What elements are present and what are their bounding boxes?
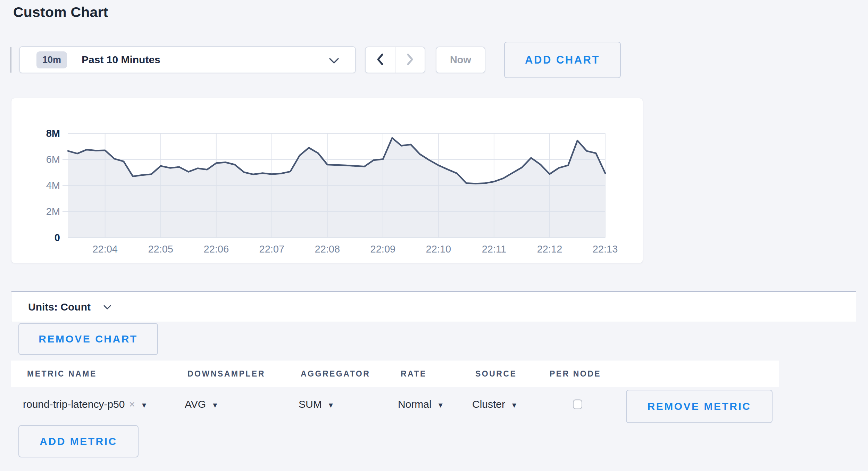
source-dropdown[interactable]: Cluster ▾ <box>472 387 516 422</box>
source-value: Cluster <box>472 398 505 410</box>
add-chart-button[interactable]: ADD CHART <box>504 42 621 78</box>
aggregator-value: SUM <box>299 398 322 410</box>
column-header-source: SOURCE <box>475 361 517 387</box>
svg-text:22:12: 22:12 <box>537 243 562 255</box>
page-title: Custom Chart <box>13 4 108 20</box>
svg-text:6M: 6M <box>46 154 60 165</box>
custom-chart-page: Custom Chart 10m Past 10 Minutes Now ADD… <box>0 0 868 471</box>
svg-text:22:07: 22:07 <box>259 243 285 255</box>
svg-text:22:13: 22:13 <box>593 243 618 255</box>
add-metric-button[interactable]: ADD METRIC <box>18 425 139 457</box>
chevron-down-icon <box>329 58 339 65</box>
time-range-badge: 10m <box>36 51 67 68</box>
units-dropdown-label: Units: Count <box>28 301 91 313</box>
toolbar-divider <box>10 47 11 73</box>
units-dropdown[interactable]: Units: Count <box>11 291 856 322</box>
metric-name-dropdown[interactable]: round-trip-latency-p50 × ▾ <box>23 387 146 422</box>
now-button[interactable]: Now <box>436 47 485 73</box>
time-back-button[interactable] <box>366 47 395 73</box>
downsampler-dropdown[interactable]: AVG ▾ <box>185 387 217 422</box>
svg-text:0: 0 <box>55 232 60 243</box>
caret-down-icon: ▾ <box>213 400 217 410</box>
caret-down-icon: ▾ <box>329 400 333 410</box>
svg-text:22:05: 22:05 <box>148 243 173 255</box>
chevron-right-icon <box>406 53 414 66</box>
svg-text:22:06: 22:06 <box>204 243 229 255</box>
metric-name-value: round-trip-latency-p50 <box>23 398 125 410</box>
rate-dropdown[interactable]: Normal ▾ <box>398 387 443 422</box>
column-header-per-node: PER NODE <box>550 361 601 387</box>
caret-down-icon: ▾ <box>439 400 443 410</box>
caret-down-icon: ▾ <box>512 400 516 410</box>
clear-metric-icon[interactable]: × <box>129 398 135 410</box>
chart-card: 02M4M6M8M22:0422:0522:0622:0722:0822:092… <box>11 98 643 263</box>
time-range-label: Past 10 Minutes <box>82 54 160 66</box>
time-forward-button[interactable] <box>395 47 425 73</box>
metrics-chart[interactable]: 02M4M6M8M22:0422:0522:0622:0722:0822:092… <box>11 98 643 264</box>
chevron-left-icon <box>376 53 384 66</box>
svg-text:8M: 8M <box>46 128 60 139</box>
time-nav-group <box>365 47 425 73</box>
downsampler-value: AVG <box>185 398 206 410</box>
column-header-rate: RATE <box>401 361 427 387</box>
remove-metric-button[interactable]: REMOVE METRIC <box>626 390 773 423</box>
time-range-dropdown[interactable]: 10m Past 10 Minutes <box>19 46 356 73</box>
svg-text:4M: 4M <box>46 180 60 191</box>
remove-chart-button[interactable]: REMOVE CHART <box>18 323 158 355</box>
column-header-metric-name: METRIC NAME <box>27 361 97 387</box>
chevron-down-icon <box>103 305 111 311</box>
caret-down-icon: ▾ <box>142 400 146 410</box>
column-header-aggregator: AGGREGATOR <box>301 361 370 387</box>
svg-text:2M: 2M <box>46 206 60 217</box>
svg-text:22:04: 22:04 <box>92 243 118 255</box>
svg-text:22:09: 22:09 <box>370 243 396 255</box>
metrics-table-header: METRIC NAME DOWNSAMPLER AGGREGATOR RATE … <box>11 361 779 387</box>
svg-text:22:10: 22:10 <box>426 243 451 255</box>
aggregator-dropdown[interactable]: SUM ▾ <box>299 387 333 422</box>
rate-value: Normal <box>398 398 432 410</box>
svg-text:22:08: 22:08 <box>315 243 340 255</box>
per-node-checkbox[interactable] <box>573 399 582 409</box>
column-header-downsampler: DOWNSAMPLER <box>187 361 265 387</box>
svg-text:22:11: 22:11 <box>482 243 506 255</box>
